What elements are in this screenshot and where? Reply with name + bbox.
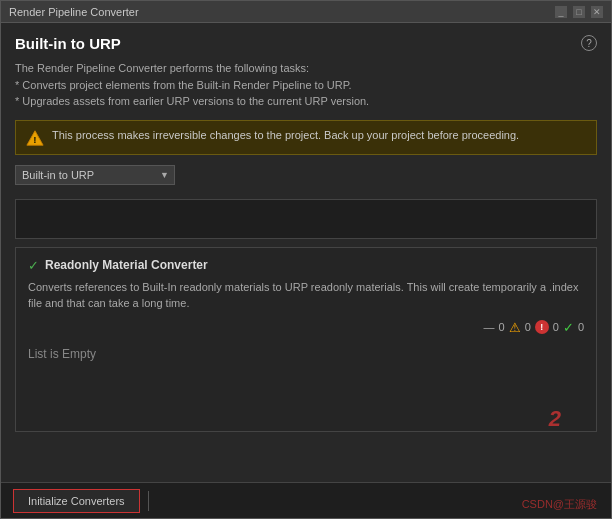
checkmark-ok-icon: ✓	[563, 320, 574, 335]
initialize-converters-button[interactable]: Initialize Converters	[13, 489, 140, 513]
converter-description: Converts references to Built-In readonly…	[28, 279, 584, 312]
converter-checkbox-icon[interactable]: ✓	[28, 258, 39, 273]
warning-text: This process makes irreversible changes …	[52, 128, 519, 143]
title-bar: Render Pipeline Converter _ □ ✕	[1, 1, 611, 23]
converter-header: ✓ Readonly Material Converter	[28, 258, 584, 273]
window-controls: _ □ ✕	[555, 6, 603, 18]
main-window: Render Pipeline Converter _ □ ✕ Built-in…	[0, 0, 612, 519]
help-icon[interactable]: ?	[581, 35, 597, 51]
status-num-1: 0	[499, 321, 505, 333]
header-section: Built-in to URP ? The Render Pipeline Co…	[1, 23, 611, 199]
desc-line-1: The Render Pipeline Converter performs t…	[15, 62, 309, 74]
list-area: List is Empty	[28, 341, 584, 421]
annotation-number: 2	[549, 406, 561, 432]
warning-triangle-icon: ⚠	[509, 320, 521, 335]
dropdown-row: Built-in to URP Upgrade URP Assets ▼	[15, 165, 597, 185]
empty-text-area	[15, 199, 597, 239]
desc-line-3: * Upgrades assets from earlier URP versi…	[15, 95, 369, 107]
pipeline-dropdown[interactable]: Built-in to URP Upgrade URP Assets	[15, 165, 175, 185]
status-dash: —	[484, 321, 495, 333]
close-button[interactable]: ✕	[591, 6, 603, 18]
svg-text:!: !	[33, 133, 36, 144]
status-err-circle: !	[535, 320, 549, 334]
status-ok-count: 0	[578, 321, 584, 333]
bottom-bar: Initialize Converters CSDN@王源骏	[1, 482, 611, 518]
content-area: Built-in to URP ? The Render Pipeline Co…	[1, 23, 611, 518]
minimize-button[interactable]: _	[555, 6, 567, 18]
converter-title: Readonly Material Converter	[45, 258, 208, 272]
warning-icon: !	[26, 129, 44, 147]
converter-panel: ✓ Readonly Material Converter Converts r…	[15, 247, 597, 432]
maximize-button[interactable]: □	[573, 6, 585, 18]
watermark-text: CSDN@王源骏	[522, 497, 597, 512]
separator	[148, 491, 149, 511]
main-scroll-area[interactable]: ✓ Readonly Material Converter Converts r…	[1, 239, 611, 483]
status-err-count: 0	[553, 321, 559, 333]
list-empty-text: List is Empty	[28, 341, 584, 367]
page-title: Built-in to URP	[15, 35, 597, 52]
desc-line-2: * Converts project elements from the Bui…	[15, 79, 352, 91]
dropdown-wrapper: Built-in to URP Upgrade URP Assets ▼	[15, 165, 175, 185]
window-title: Render Pipeline Converter	[9, 6, 139, 18]
status-row: — 0 ⚠ 0 ! 0 ✓ 0	[28, 320, 584, 335]
warning-box: ! This process makes irreversible change…	[15, 120, 597, 155]
status-warn-count: 0	[525, 321, 531, 333]
description: The Render Pipeline Converter performs t…	[15, 60, 597, 110]
